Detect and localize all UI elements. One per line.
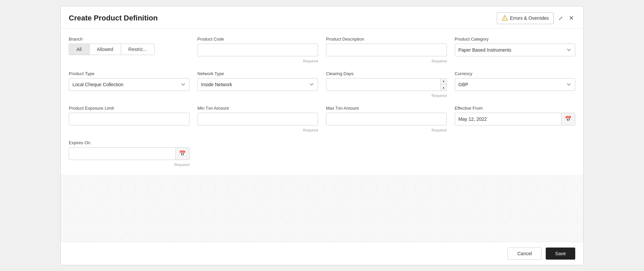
branch-group: Branch All Allowed Restric... bbox=[69, 37, 190, 63]
clearing-days-required: Required bbox=[326, 94, 447, 98]
max-txn-group: Max Txn Amount Required bbox=[326, 106, 447, 132]
currency-group: Currency GBP bbox=[455, 71, 576, 98]
form-row-1: Branch All Allowed Restric... Product Co… bbox=[69, 37, 575, 63]
effective-from-label: Effective From bbox=[455, 106, 576, 111]
effective-from-input[interactable] bbox=[455, 113, 561, 125]
expires-on-label: Expires On bbox=[69, 140, 190, 145]
form-row-4: Expires On 📅 Required bbox=[69, 140, 575, 167]
branch-restricted-button[interactable]: Restric... bbox=[121, 44, 154, 55]
product-category-select[interactable]: Paper Based Instruments bbox=[455, 44, 576, 56]
clearing-days-group: Clearing Days ▾ ▴ Required bbox=[326, 71, 447, 98]
min-txn-required: Required bbox=[198, 128, 318, 132]
product-type-select[interactable]: Local Cheque Collection bbox=[69, 78, 190, 91]
svg-text:!: ! bbox=[504, 16, 505, 20]
max-txn-required: Required bbox=[326, 128, 447, 132]
clearing-days-wrapper: ▾ ▴ bbox=[326, 78, 447, 91]
expires-on-input[interactable] bbox=[69, 148, 175, 160]
modal-body: Branch All Allowed Restric... Product Co… bbox=[61, 29, 583, 175]
form-row-2: Product Type Local Cheque Collection Net… bbox=[69, 71, 575, 98]
effective-from-wrapper: 📅 bbox=[455, 113, 576, 125]
clearing-down-button[interactable]: ▾ bbox=[441, 78, 446, 85]
exposure-limit-label: Product Exposure Limit bbox=[69, 106, 190, 111]
cancel-button[interactable]: Cancel bbox=[507, 248, 542, 260]
errors-button-label: Errors & Overrides bbox=[510, 15, 549, 21]
clearing-up-button[interactable]: ▴ bbox=[441, 85, 446, 91]
product-type-label: Product Type bbox=[69, 71, 190, 76]
product-description-required: Required bbox=[326, 59, 447, 63]
currency-select[interactable]: GBP bbox=[455, 78, 576, 91]
min-txn-group: Min Txn Amount Required bbox=[198, 106, 318, 132]
clearing-days-label: Clearing Days bbox=[326, 71, 447, 76]
expires-on-group: Expires On 📅 Required bbox=[69, 140, 190, 167]
errors-overrides-button[interactable]: ! Errors & Overrides bbox=[497, 12, 554, 24]
max-txn-label: Max Txn Amount bbox=[326, 106, 447, 111]
network-type-group: Network Type Inside Network bbox=[198, 71, 318, 98]
form-row-3: Product Exposure Limit Min Txn Amount Re… bbox=[69, 106, 575, 132]
compress-icon: ⤢ bbox=[558, 15, 563, 21]
warning-icon: ! bbox=[502, 15, 508, 22]
calendar-icon: 📅 bbox=[179, 150, 186, 157]
expires-on-required: Required bbox=[69, 163, 190, 167]
network-type-select[interactable]: Inside Network bbox=[198, 78, 318, 91]
branch-label: Branch bbox=[69, 37, 190, 42]
currency-label: Currency bbox=[455, 71, 576, 76]
product-description-group: Product Description Required bbox=[326, 37, 447, 63]
branch-toggle: All Allowed Restric... bbox=[69, 44, 155, 55]
branch-allowed-button[interactable]: Allowed bbox=[90, 44, 121, 55]
product-category-group: Product Category Paper Based Instruments bbox=[455, 37, 576, 63]
save-button[interactable]: Save bbox=[546, 248, 575, 260]
close-icon: ✕ bbox=[569, 14, 574, 22]
header-actions: ! Errors & Overrides ⤢ ✕ bbox=[497, 12, 575, 24]
min-txn-input[interactable] bbox=[198, 113, 318, 125]
product-type-group: Product Type Local Cheque Collection bbox=[69, 71, 190, 98]
background-pattern bbox=[61, 175, 583, 242]
min-txn-label: Min Txn Amount bbox=[198, 106, 318, 111]
product-description-label: Product Description bbox=[326, 37, 447, 42]
exposure-limit-group: Product Exposure Limit bbox=[69, 106, 190, 132]
modal-header: Create Product Definition ! Errors & Ove… bbox=[61, 6, 583, 29]
max-txn-input[interactable] bbox=[326, 113, 447, 125]
modal-title: Create Product Definition bbox=[69, 14, 158, 22]
clearing-days-input[interactable] bbox=[326, 78, 440, 91]
product-code-input[interactable] bbox=[198, 44, 318, 56]
expires-on-calendar-button[interactable]: 📅 bbox=[175, 148, 189, 160]
clearing-arrows: ▾ ▴ bbox=[440, 78, 446, 91]
calendar-icon: 📅 bbox=[565, 116, 572, 122]
close-button[interactable]: ✕ bbox=[568, 13, 575, 23]
create-product-modal: Create Product Definition ! Errors & Ove… bbox=[60, 6, 584, 265]
product-description-input[interactable] bbox=[326, 44, 447, 56]
network-type-label: Network Type bbox=[198, 71, 318, 76]
product-code-label: Product Code bbox=[198, 37, 318, 42]
branch-all-button[interactable]: All bbox=[69, 44, 90, 55]
expires-on-wrapper: 📅 bbox=[69, 147, 190, 160]
product-category-label: Product Category bbox=[455, 37, 576, 42]
modal-footer: Cancel Save bbox=[61, 242, 583, 265]
product-code-required: Required bbox=[198, 59, 318, 63]
product-code-group: Product Code Required bbox=[198, 37, 318, 63]
exposure-limit-input[interactable] bbox=[69, 113, 190, 125]
compress-button[interactable]: ⤢ bbox=[557, 14, 564, 23]
effective-from-calendar-button[interactable]: 📅 bbox=[561, 113, 575, 125]
effective-from-group: Effective From 📅 bbox=[455, 106, 576, 132]
